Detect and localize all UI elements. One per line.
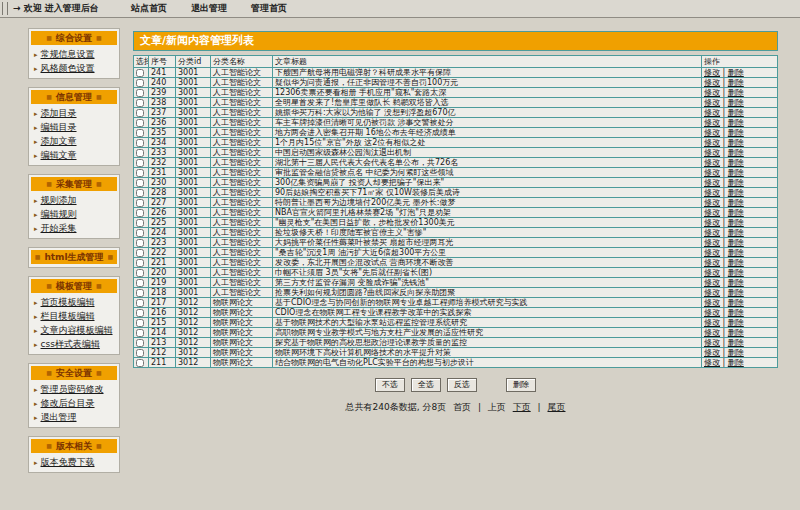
row-checkbox[interactable] <box>136 189 144 197</box>
pagination-next[interactable]: 下页 <box>513 402 531 412</box>
sidebar-item[interactable]: ▸常规信息设置 <box>31 47 117 61</box>
delete-link[interactable]: 删除 <box>728 308 744 317</box>
delete-link[interactable]: 删除 <box>728 288 744 297</box>
edit-link[interactable]: 修改 <box>704 178 720 187</box>
delete-link[interactable]: 删除 <box>728 338 744 347</box>
edit-link[interactable]: 修改 <box>704 348 720 357</box>
sidebar-item[interactable]: ▸css样式表编辑 <box>31 337 117 351</box>
sidebar-item[interactable]: ▸首页模板编辑 <box>31 295 117 309</box>
edit-link[interactable]: 修改 <box>704 338 720 347</box>
delete-link[interactable]: 删除 <box>728 208 744 217</box>
edit-link[interactable]: 修改 <box>704 68 720 77</box>
edit-link[interactable]: 修改 <box>704 248 720 257</box>
delete-link[interactable]: 删除 <box>728 178 744 187</box>
edit-link[interactable]: 修改 <box>704 308 720 317</box>
topbar-link-logout[interactable]: 退出管理 <box>191 3 227 13</box>
edit-link[interactable]: 修改 <box>704 128 720 137</box>
sidebar-item[interactable]: ▸栏目模板编辑 <box>31 309 117 323</box>
edit-link[interactable]: 修改 <box>704 188 720 197</box>
row-checkbox[interactable] <box>136 99 144 107</box>
row-checkbox[interactable] <box>136 359 144 367</box>
edit-link[interactable]: 修改 <box>704 228 720 237</box>
delete-link[interactable]: 删除 <box>728 268 744 277</box>
edit-link[interactable]: 修改 <box>704 288 720 297</box>
delete-link[interactable]: 删除 <box>728 98 744 107</box>
edit-link[interactable]: 修改 <box>704 98 720 107</box>
sidebar-item[interactable]: ▸开始采集 <box>31 221 117 235</box>
delete-link[interactable]: 删除 <box>728 78 744 87</box>
edit-link[interactable]: 修改 <box>704 158 720 167</box>
delete-link[interactable]: 删除 <box>728 278 744 287</box>
edit-link[interactable]: 修改 <box>704 78 720 87</box>
delete-link[interactable]: 删除 <box>728 248 744 257</box>
edit-link[interactable]: 修改 <box>704 218 720 227</box>
topbar-link-site-home[interactable]: 站点首页 <box>131 3 167 13</box>
unselect-button[interactable]: 不选 <box>375 378 405 392</box>
row-checkbox[interactable] <box>136 109 144 117</box>
topbar-link-admin-home[interactable]: 管理首页 <box>251 3 287 13</box>
sidebar-item[interactable]: ▸文章内容模板编辑 <box>31 323 117 337</box>
delete-link[interactable]: 删除 <box>728 188 744 197</box>
delete-link[interactable]: 删除 <box>728 68 744 77</box>
row-checkbox[interactable] <box>136 339 144 347</box>
sidebar-item[interactable]: ▸管理员密码修改 <box>31 382 117 396</box>
edit-link[interactable]: 修改 <box>704 298 720 307</box>
row-checkbox[interactable] <box>136 299 144 307</box>
delete-link[interactable]: 删除 <box>728 228 744 237</box>
edit-link[interactable]: 修改 <box>704 118 720 127</box>
row-checkbox[interactable] <box>136 169 144 177</box>
delete-link[interactable]: 删除 <box>728 238 744 247</box>
delete-link[interactable]: 删除 <box>728 158 744 167</box>
sidebar-item[interactable]: ▸版本免费下载 <box>31 455 117 469</box>
delete-link[interactable]: 删除 <box>728 218 744 227</box>
row-checkbox[interactable] <box>136 309 144 317</box>
row-checkbox[interactable] <box>136 229 144 237</box>
delete-button[interactable]: 删除 <box>506 378 536 392</box>
sidebar-item[interactable]: ▸规则添加 <box>31 193 117 207</box>
pagination-prev[interactable]: 上页 <box>488 402 506 412</box>
delete-link[interactable]: 删除 <box>728 108 744 117</box>
edit-link[interactable]: 修改 <box>704 238 720 247</box>
pagination-first[interactable]: 首页 <box>453 402 471 412</box>
row-checkbox[interactable] <box>136 329 144 337</box>
delete-link[interactable]: 删除 <box>728 88 744 97</box>
sidebar-item[interactable]: ▸添加目录 <box>31 106 117 120</box>
delete-link[interactable]: 删除 <box>728 128 744 137</box>
edit-link[interactable]: 修改 <box>704 108 720 117</box>
edit-link[interactable]: 修改 <box>704 318 720 327</box>
row-checkbox[interactable] <box>136 79 144 87</box>
row-checkbox[interactable] <box>136 139 144 147</box>
row-checkbox[interactable] <box>136 149 144 157</box>
edit-link[interactable]: 修改 <box>704 138 720 147</box>
delete-link[interactable]: 删除 <box>728 318 744 327</box>
delete-link[interactable]: 删除 <box>728 348 744 357</box>
row-checkbox[interactable] <box>136 259 144 267</box>
edit-link[interactable]: 修改 <box>704 268 720 277</box>
row-checkbox[interactable] <box>136 69 144 77</box>
row-checkbox[interactable] <box>136 199 144 207</box>
edit-link[interactable]: 修改 <box>704 278 720 287</box>
row-checkbox[interactable] <box>136 209 144 217</box>
sidebar-item[interactable]: ▸编辑文章 <box>31 148 117 162</box>
row-checkbox[interactable] <box>136 279 144 287</box>
pagination-last[interactable]: 尾页 <box>547 402 565 412</box>
row-checkbox[interactable] <box>136 349 144 357</box>
delete-link[interactable]: 删除 <box>728 358 744 367</box>
edit-link[interactable]: 修改 <box>704 358 720 367</box>
row-checkbox[interactable] <box>136 119 144 127</box>
edit-link[interactable]: 修改 <box>704 198 720 207</box>
invert-selection-button[interactable]: 反选 <box>447 378 477 392</box>
row-checkbox[interactable] <box>136 219 144 227</box>
edit-link[interactable]: 修改 <box>704 258 720 267</box>
delete-link[interactable]: 删除 <box>728 118 744 127</box>
delete-link[interactable]: 删除 <box>728 138 744 147</box>
row-checkbox[interactable] <box>136 129 144 137</box>
row-checkbox[interactable] <box>136 269 144 277</box>
sidebar-item[interactable]: ▸退出管理 <box>31 410 117 424</box>
delete-link[interactable]: 删除 <box>728 198 744 207</box>
sidebar-item[interactable]: ▸编辑规则 <box>31 207 117 221</box>
select-all-button[interactable]: 全选 <box>411 378 441 392</box>
row-checkbox[interactable] <box>136 249 144 257</box>
row-checkbox[interactable] <box>136 159 144 167</box>
edit-link[interactable]: 修改 <box>704 328 720 337</box>
